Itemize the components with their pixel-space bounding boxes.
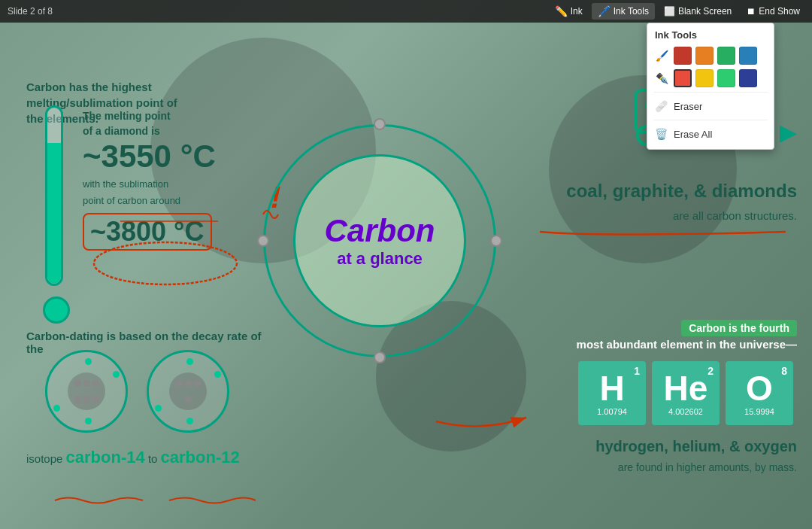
isotope1-label: carbon-14 xyxy=(66,448,145,467)
thin-pen-icon: ✒️ xyxy=(653,70,670,87)
isotope-container xyxy=(45,350,229,433)
element-O-symbol: O xyxy=(746,371,773,406)
thermometer-fill xyxy=(47,143,61,284)
thermometer xyxy=(30,105,83,309)
color-swatch-lime[interactable] xyxy=(717,69,735,87)
carbon-12-nucleus xyxy=(169,372,207,410)
fourth-label: Carbon is the fourth xyxy=(681,320,797,336)
right-arrow: ▶ xyxy=(780,119,797,145)
blank-screen-icon: ⬜ xyxy=(664,6,675,17)
elements-desc: hydrogen, helium, & oxygen xyxy=(595,438,797,455)
dropdown-divider-2 xyxy=(653,120,768,120)
dropdown-divider-1 xyxy=(653,92,768,93)
sublimation-line2: point of carbon around xyxy=(83,194,216,208)
carbon-12-circle xyxy=(147,350,229,433)
isotope-to: to xyxy=(148,452,158,465)
carbon-14-nucleus xyxy=(68,372,105,410)
erase-all-item[interactable]: 🗑️ Erase All xyxy=(653,125,768,143)
slide-counter: Slide 2 of 8 xyxy=(8,6,549,17)
element-box-H: 1 H 1.00794 xyxy=(578,361,646,425)
color-row-1: 🖌️ xyxy=(653,47,768,65)
element-O-number: 8 xyxy=(781,365,787,377)
ink-tools-dropdown: Ink Tools 🖌️ ✒️ 🩹 Eraser 🗑️ Erase All xyxy=(647,23,774,150)
melt-info: The melting point of a diamond is ~3550 … xyxy=(83,109,216,251)
center-carbon-diagram: Carbon at a glance xyxy=(263,124,496,357)
color-row-2: ✒️ xyxy=(653,69,768,87)
ring-dot-top xyxy=(374,118,386,130)
color-swatch-red-dark[interactable] xyxy=(674,47,692,65)
element-He-symbol: He xyxy=(664,371,708,406)
end-show-icon: ⏹ xyxy=(747,6,756,17)
ring-dot-right xyxy=(490,235,502,247)
end-show-button[interactable]: ⏹ End Show xyxy=(741,3,806,20)
dropdown-title: Ink Tools xyxy=(653,29,768,41)
ink-tools-label: Ink Tools xyxy=(614,6,649,17)
fourth-block: Carbon is the fourth most abundant eleme… xyxy=(577,320,797,351)
carbon-title: Carbon xyxy=(325,213,435,249)
ink-tools-icon: 🖊️ xyxy=(598,5,611,17)
color-swatch-dark-blue[interactable] xyxy=(739,69,757,87)
erase-all-label: Erase All xyxy=(674,129,712,140)
inner-circle: Carbon at a glance xyxy=(293,154,466,327)
thick-brush-icon: 🖌️ xyxy=(653,47,670,64)
thermometer-body xyxy=(45,105,63,286)
element-He-mass: 4.002602 xyxy=(668,407,703,416)
sublimation-line1: with the sublimation xyxy=(83,178,216,191)
erase-all-icon: 🗑️ xyxy=(655,128,668,140)
element-box-He: 2 He 4.002602 xyxy=(652,361,720,425)
blank-screen-button[interactable]: ⬜ Blank Screen xyxy=(658,3,738,20)
end-show-label: End Show xyxy=(759,6,800,17)
color-swatch-yellow[interactable] xyxy=(695,69,714,87)
elements-desc2: are found in higher amounts, by mass. xyxy=(618,461,797,473)
element-H-symbol: H xyxy=(599,371,624,406)
ink-tools-button[interactable]: 🖊️ Ink Tools xyxy=(592,3,655,20)
isotope-labels: isotope carbon-14 to carbon-12 xyxy=(26,448,240,467)
ring-dot-bottom xyxy=(374,351,386,363)
color-swatch-red[interactable] xyxy=(674,69,692,87)
pen-icon: ✏️ xyxy=(555,5,568,17)
eraser-icon: 🩹 xyxy=(655,100,668,112)
color-swatch-blue[interactable] xyxy=(739,47,757,65)
element-O-mass: 15.9994 xyxy=(744,407,774,416)
toolbar-buttons: ✏️ Ink 🖊️ Ink Tools ⬜ Blank Screen ⏹ End… xyxy=(549,3,806,20)
element-He-number: 2 xyxy=(707,365,714,377)
eraser-label: Eraser xyxy=(674,101,702,112)
element-boxes: 1 H 1.00794 2 He 4.002602 8 O 15.9994 xyxy=(578,361,793,425)
ink-button[interactable]: ✏️ Ink xyxy=(549,3,589,20)
melt-label-line1: The melting point xyxy=(83,109,216,124)
thermometer-bulb xyxy=(43,296,70,324)
element-box-O: 8 O 15.9994 xyxy=(726,361,793,425)
carbon-struct: are all carbon structures. xyxy=(673,209,797,222)
melt-temp1: ~3550 °C xyxy=(83,138,216,175)
element-H-number: 1 xyxy=(634,365,640,377)
coal-title: coal, graphite, & diamonds xyxy=(566,181,797,202)
eraser-item[interactable]: 🩹 Eraser xyxy=(653,97,768,115)
isotope-prefix: isotope xyxy=(26,452,62,465)
isotope2-label: carbon-12 xyxy=(161,448,240,467)
ink-label: Ink xyxy=(571,6,583,17)
fourth-line2: most abundant element in the universe— xyxy=(577,338,797,351)
element-H-mass: 1.00794 xyxy=(597,407,627,416)
top-bar: Slide 2 of 8 ✏️ Ink 🖊️ Ink Tools ⬜ Blank… xyxy=(0,0,812,23)
melt-temp2: ~3800 °C xyxy=(83,213,212,251)
carbon-subtitle: at a glance xyxy=(337,249,423,269)
ring-dot-left xyxy=(257,235,269,247)
blank-screen-label: Blank Screen xyxy=(678,6,732,17)
carbon-14-circle xyxy=(45,350,128,433)
melt-label-line2: of a diamond is xyxy=(83,124,216,139)
color-swatch-green[interactable] xyxy=(717,47,735,65)
color-swatch-orange[interactable] xyxy=(695,47,714,65)
